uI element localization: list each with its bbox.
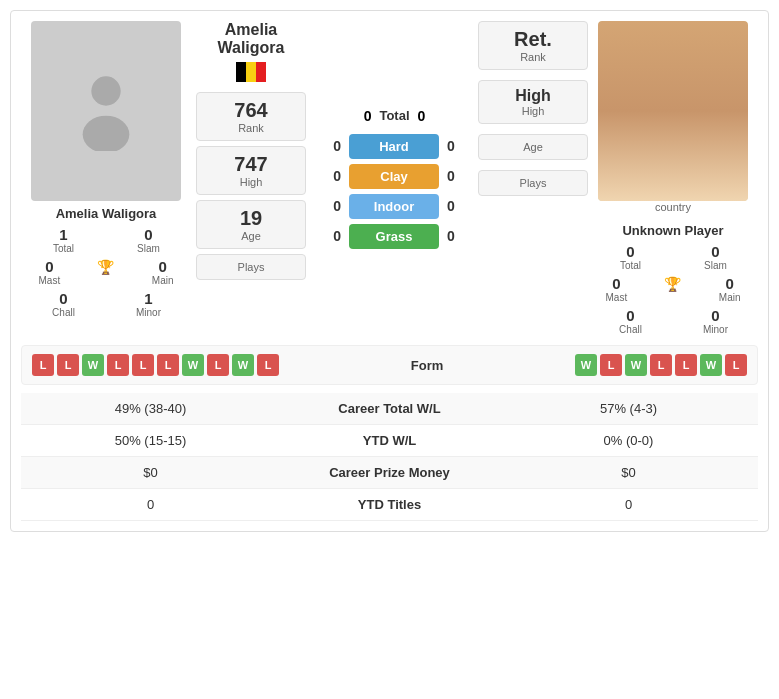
player1-name-center: Amelia Waligora xyxy=(196,21,306,57)
player2-minor: 0 Minor xyxy=(693,307,738,335)
player2-age-box: Age xyxy=(478,134,588,160)
player2-slam-value: 0 xyxy=(693,243,738,260)
clay-row: 0 Clay 0 xyxy=(321,164,468,189)
form-badge-left: L xyxy=(32,354,54,376)
form-badge-right: L xyxy=(600,354,622,376)
player1-total-value: 1 xyxy=(41,226,86,243)
player1-rank-value: 764 xyxy=(212,99,290,122)
player1-stats-row1: 1 Total 0 Slam xyxy=(21,226,191,254)
grass-button[interactable]: Grass xyxy=(349,224,439,249)
form-badge-left: L xyxy=(257,354,279,376)
player1-high-value: 747 xyxy=(212,153,290,176)
clay-button[interactable]: Clay xyxy=(349,164,439,189)
stats-right-value: $0 xyxy=(509,465,748,480)
player2-age-label: Age xyxy=(494,141,572,153)
stats-right-value: 57% (4-3) xyxy=(509,401,748,416)
player2-main-label: Main xyxy=(707,292,752,303)
total-row: 0 Total 0 xyxy=(321,108,468,124)
player1-chall: 0 Chall xyxy=(41,290,86,318)
player2-mast-value: 0 xyxy=(594,275,639,292)
player2-stats: 0 Total 0 Slam 0 Mast 🏆 xyxy=(588,243,758,335)
player2-stats-row1: 0 Total 0 Slam xyxy=(588,243,758,271)
player1-plays-box: Plays xyxy=(196,254,306,280)
player1-high-box: 747 High xyxy=(196,146,306,195)
form-badge-right: W xyxy=(625,354,647,376)
form-badge-right: W xyxy=(575,354,597,376)
player1-main-label: Main xyxy=(140,275,185,286)
total-label: Total xyxy=(379,108,409,123)
stats-center-label: YTD Titles xyxy=(270,497,509,512)
stats-left-value: 50% (15-15) xyxy=(31,433,270,448)
form-badges-right: WLWLLWL xyxy=(575,354,747,376)
player2-minor-value: 0 xyxy=(693,307,738,324)
stats-center-label: YTD W/L xyxy=(270,433,509,448)
player2-high-box: High High xyxy=(478,80,588,124)
player1-mast: 0 Mast xyxy=(27,258,72,286)
main-card: Amelia Waligora 1 Total 0 Slam 0 Mast xyxy=(10,10,769,532)
grass-score-right: 0 xyxy=(447,228,467,244)
total-score-right: 0 xyxy=(418,108,426,124)
player1-center-info: Amelia Waligora 764 Rank 747 High 19 Age… xyxy=(191,21,311,335)
player1-total: 1 Total xyxy=(41,226,86,254)
clay-score-left: 0 xyxy=(321,168,341,184)
player1-main: 0 Main xyxy=(140,258,185,286)
player2-country: country xyxy=(655,201,691,213)
player2-plays-box: Plays xyxy=(478,170,588,196)
indoor-score-right: 0 xyxy=(447,198,467,214)
player1-trophy-icon-container: 🏆 xyxy=(83,258,128,286)
indoor-button[interactable]: Indoor xyxy=(349,194,439,219)
form-section: LLWLLLWLWL Form WLWLLWL xyxy=(21,345,758,385)
flag-yellow-stripe xyxy=(246,62,256,82)
stats-left-value: 0 xyxy=(31,497,270,512)
stats-section: 49% (38-40)Career Total W/L57% (4-3)50% … xyxy=(21,393,758,521)
surfaces-section: 0 Total 0 0 Hard 0 0 Clay 0 0 Indoor 0 0 xyxy=(311,21,478,335)
player2-name: Unknown Player xyxy=(622,223,723,238)
player2-trophy-icon-container: 🏆 xyxy=(650,275,695,303)
grass-row: 0 Grass 0 xyxy=(321,224,468,249)
stats-left-value: $0 xyxy=(31,465,270,480)
player2-trophy-icon: 🏆 xyxy=(664,276,681,292)
player1-slam-value: 0 xyxy=(126,226,171,243)
stats-right-value: 0 xyxy=(509,497,748,512)
form-badge-left: W xyxy=(82,354,104,376)
player2-rank-label: Rank xyxy=(494,51,572,63)
stats-row: 49% (38-40)Career Total W/L57% (4-3) xyxy=(21,393,758,425)
stats-row: 0YTD Titles0 xyxy=(21,489,758,521)
form-badge-left: L xyxy=(132,354,154,376)
form-badge-left: L xyxy=(207,354,229,376)
hard-score-right: 0 xyxy=(447,138,467,154)
player1-chall-value: 0 xyxy=(41,290,86,307)
player2-slam-label: Slam xyxy=(693,260,738,271)
player2-stats-row3: 0 Chall 0 Minor xyxy=(588,307,758,335)
player2-face xyxy=(598,21,748,201)
player2-high-value: High xyxy=(494,87,572,105)
player2-stats-row2: 0 Mast 🏆 0 Main xyxy=(588,275,758,303)
form-label: Form xyxy=(287,358,567,373)
player2-total-value: 0 xyxy=(608,243,653,260)
player2-chall: 0 Chall xyxy=(608,307,653,335)
player2-mast-label: Mast xyxy=(594,292,639,303)
player2-rank-box: Ret. Rank xyxy=(478,21,588,70)
player1-stats-row2: 0 Mast 🏆 0 Main xyxy=(21,258,191,286)
player1-photo xyxy=(31,21,181,201)
svg-point-1 xyxy=(83,116,130,151)
player1-silhouette-icon xyxy=(66,71,146,151)
player1-stats: 1 Total 0 Slam 0 Mast 🏆 xyxy=(21,226,191,318)
hard-button[interactable]: Hard xyxy=(349,134,439,159)
player1-main-value: 0 xyxy=(140,258,185,275)
stats-row: 50% (15-15)YTD W/L0% (0-0) xyxy=(21,425,758,457)
player1-high-label: High xyxy=(212,176,290,188)
player2-chall-label: Chall xyxy=(608,324,653,335)
stats-right-value: 0% (0-0) xyxy=(509,433,748,448)
hard-score-left: 0 xyxy=(321,138,341,154)
player1-age-box: 19 Age xyxy=(196,200,306,249)
player1-flag xyxy=(236,62,266,82)
player2-rank-value: Ret. xyxy=(494,28,572,51)
flag-black-stripe xyxy=(236,62,246,82)
player2-plays-label: Plays xyxy=(494,177,572,189)
hard-row: 0 Hard 0 xyxy=(321,134,468,159)
top-section: Amelia Waligora 1 Total 0 Slam 0 Mast xyxy=(21,21,758,335)
svg-point-0 xyxy=(91,76,120,105)
flag-red-stripe xyxy=(256,62,266,82)
player2-chall-value: 0 xyxy=(608,307,653,324)
